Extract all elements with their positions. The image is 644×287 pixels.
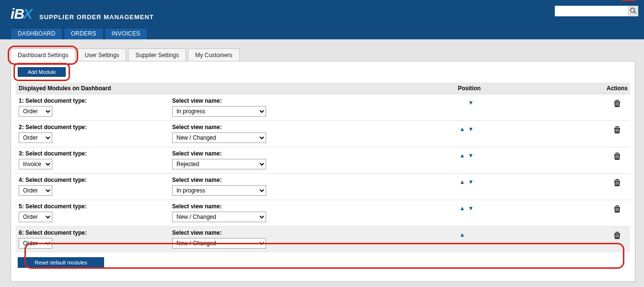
modules-table: Displayed Modules on Dashboard Position … <box>16 83 630 252</box>
delete-icon[interactable] <box>614 179 621 186</box>
move-down-icon[interactable]: ▼ <box>467 99 475 106</box>
subtab-label: My Customers <box>195 52 232 59</box>
doc-type-select[interactable]: OrderInvoice <box>19 159 52 169</box>
content-frame: Dashboard SettingsUser SettingsSupplier … <box>11 48 635 282</box>
subtab-label: User Settings <box>84 52 119 59</box>
module-row: 6: Select document type:OrderInvoiceSele… <box>16 227 630 253</box>
settings-panel: Add Module Displayed Modules on Dashboar… <box>11 61 635 282</box>
top-red-accent <box>622 0 635 1</box>
logo-text-x: X <box>23 6 33 22</box>
mainnav-item-orders[interactable]: ORDERS <box>64 28 104 39</box>
view-label: Select view name: <box>172 97 452 104</box>
move-up-icon[interactable]: ▲ <box>458 179 467 185</box>
view-name-select[interactable]: In progressNew / ChangedRejected <box>172 132 266 143</box>
module-row: 1: Select document type:OrderInvoiceSele… <box>16 95 630 121</box>
doc-type-select[interactable]: OrderInvoice <box>19 185 52 196</box>
global-search <box>555 6 638 16</box>
move-up-icon[interactable]: ▲ <box>458 231 467 238</box>
app-banner: iBX SUPPLIER ORDER MANAGEMENT <box>0 0 644 28</box>
reset-default-modules-button[interactable]: Reset default modules <box>18 257 104 268</box>
add-module-wrap: Add Module <box>18 67 66 77</box>
module-row: 2: Select document type:OrderInvoiceSele… <box>16 121 630 147</box>
move-down-icon[interactable]: ▼ <box>467 152 475 159</box>
subtab-my-customers[interactable]: My Customers <box>188 48 239 61</box>
move-up-icon[interactable]: ▲ <box>458 126 467 132</box>
view-name-select[interactable]: In progressNew / ChangedRejected <box>172 212 266 222</box>
view-name-select[interactable]: In progressNew / ChangedRejected <box>172 185 266 196</box>
doc-type-select[interactable]: OrderInvoice <box>19 106 52 117</box>
doc-type-label: 2: Select document type: <box>19 124 166 131</box>
doc-type-label: 5: Select document type: <box>19 203 166 210</box>
doc-type-label: 6: Select document type: <box>19 229 166 236</box>
search-icon <box>630 7 636 15</box>
svg-line-1 <box>634 12 636 13</box>
delete-icon[interactable] <box>614 205 621 213</box>
move-down-icon[interactable]: ▼ <box>467 179 475 185</box>
subtab-bar: Dashboard SettingsUser SettingsSupplier … <box>11 48 635 61</box>
subtab-dashboard-settings[interactable]: Dashboard Settings <box>11 48 75 61</box>
move-up-icon[interactable]: ▲ <box>458 205 467 212</box>
view-label: Select view name: <box>172 203 452 210</box>
mainnav-item-invoices[interactable]: INVOICES <box>105 28 148 39</box>
mainnav-item-dashboard[interactable]: DASHBOARD <box>11 28 63 39</box>
move-up-icon[interactable]: ▲ <box>458 152 467 159</box>
view-label: Select view name: <box>172 150 452 157</box>
delete-icon[interactable] <box>614 126 621 133</box>
main-nav: DASHBOARDORDERSINVOICES <box>0 28 644 39</box>
delete-icon[interactable] <box>614 99 621 107</box>
doc-type-select[interactable]: OrderInvoice <box>19 212 52 222</box>
view-label: Select view name: <box>172 124 452 131</box>
delete-icon[interactable] <box>614 231 621 239</box>
move-down-icon[interactable]: ▼ <box>467 126 475 132</box>
view-name-select[interactable]: In progressNew / ChangedRejected <box>172 238 266 249</box>
svg-point-0 <box>631 8 635 12</box>
view-label: Select view name: <box>172 229 452 236</box>
search-button[interactable] <box>628 6 638 16</box>
col-header-actions: Actions <box>604 83 630 95</box>
doc-type-label: 1: Select document type: <box>19 97 166 104</box>
add-module-button[interactable]: Add Module <box>18 67 66 77</box>
move-down-icon[interactable]: ▼ <box>467 205 475 212</box>
col-header-position: Position <box>455 83 604 95</box>
subtab-user-settings[interactable]: User Settings <box>77 48 126 61</box>
doc-type-label: 4: Select document type: <box>19 177 166 183</box>
module-row: 4: Select document type:OrderInvoiceSele… <box>16 174 630 200</box>
subtab-supplier-settings[interactable]: Supplier Settings <box>128 48 186 61</box>
view-name-select[interactable]: In progressNew / ChangedRejected <box>172 106 266 117</box>
subtab-label: Dashboard Settings <box>18 52 68 59</box>
search-input[interactable] <box>555 6 628 16</box>
view-label: Select view name: <box>172 177 452 183</box>
app-title: SUPPLIER ORDER MANAGEMENT <box>39 13 154 21</box>
view-name-select[interactable]: In progressNew / ChangedRejected <box>172 159 266 169</box>
logo-text-ib: iB <box>11 6 24 22</box>
app-logo: iBX <box>11 6 33 22</box>
doc-type-select[interactable]: OrderInvoice <box>19 132 52 143</box>
module-row: 5: Select document type:OrderInvoiceSele… <box>16 200 630 227</box>
module-row: 3: Select document type:OrderInvoiceSele… <box>16 147 630 174</box>
col-header-modules: Displayed Modules on Dashboard <box>16 83 455 95</box>
move-up-placeholder <box>458 99 467 106</box>
delete-icon[interactable] <box>614 152 621 160</box>
doc-type-select[interactable]: OrderInvoice <box>19 238 52 249</box>
subtab-label: Supplier Settings <box>135 52 179 59</box>
doc-type-label: 3: Select document type: <box>19 150 166 157</box>
